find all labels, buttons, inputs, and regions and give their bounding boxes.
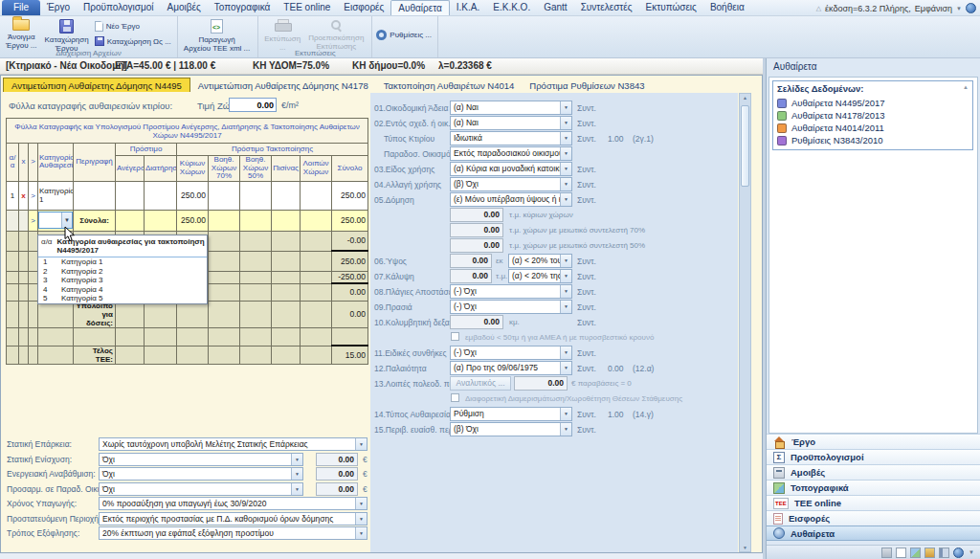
nav-item-proypologismoi[interactable]: Προϋπολογισμοί <box>767 449 980 464</box>
nav-item-ergo[interactable]: Έργο <box>767 434 980 449</box>
inclusion-time-select[interactable]: 0% προσαύξηση για υπαγωγή έως 30/9/2020▼ <box>99 497 368 510</box>
page-item-n4495[interactable]: Αυθαίρετα N4495/2017 <box>773 97 972 109</box>
energy-upgrade-select[interactable]: Όχι▼ <box>99 467 303 481</box>
static-adequacy-select[interactable]: Χωρίς ταυτόχρονη υποβολή Μελέτης Στατική… <box>99 437 368 451</box>
pool-exemption-checkbox[interactable] <box>451 332 459 341</box>
area-50-input[interactable]: 0.00 <box>450 238 503 253</box>
zone-price-input[interactable] <box>229 98 277 112</box>
chevron-down-icon[interactable]: ▼ <box>560 101 571 114</box>
chevron-down-icon[interactable]: ▼ <box>560 193 571 206</box>
chevron-down-icon[interactable]: ▼ <box>560 423 571 436</box>
page-item-n3843[interactable]: Ρυθμίσεις N3843/2010 <box>773 134 972 146</box>
building-type-select[interactable]: Ιδιωτικά▼ <box>450 131 572 145</box>
chevron-down-icon[interactable]: ▼ <box>560 132 571 145</box>
in-plan-select[interactable]: (α) Ναι▼ <box>450 116 572 130</box>
ribbon-tab-ergo[interactable]: Έργο <box>40 0 77 15</box>
popup-item[interactable]: 3Κατηγορία 3 <box>38 276 207 285</box>
document-icon[interactable] <box>896 548 906 558</box>
minimize-ribbon-icon[interactable]: △ <box>816 5 821 12</box>
popup-item[interactable]: 5Κατηγορία 5 <box>38 294 207 303</box>
briefcase-icon[interactable] <box>924 548 935 558</box>
construction-select[interactable]: (ε) Μόνο υπέρβαση ύψους ή κάλυψη▼ <box>450 192 572 207</box>
collapse-icon[interactable]: ▲ <box>963 84 969 90</box>
ribbon-tab-proypologismoi[interactable]: Προϋπολογισμοί <box>77 0 160 15</box>
area-70-input[interactable]: 0.00 <box>450 223 503 237</box>
detailed-violations-button[interactable]: Αναλυτικός ... <box>450 376 511 391</box>
ribbon-tab-voitheia[interactable]: Βοήθεια <box>703 0 751 15</box>
open-project-button[interactable]: Άνοιγμα Έργου ... <box>4 18 39 51</box>
chevron-down-icon[interactable]: ▼ <box>355 498 367 509</box>
building-permit-select[interactable]: (α) Ναι▼ <box>450 101 572 115</box>
chevron-down-icon[interactable]: ▼ <box>355 438 367 450</box>
chevron-down-icon[interactable]: ▼ <box>355 513 367 525</box>
ribbon-tab-topografika[interactable]: Τοπογραφικά <box>208 0 278 15</box>
violation-type-select[interactable]: Ρύθμιση▼ <box>450 407 572 421</box>
ribbon-tab-ika[interactable]: Ι.Κ.Α. <box>450 0 486 15</box>
chevron-down-icon[interactable]: ▼ <box>560 301 571 313</box>
traditional-settlement-select[interactable]: Εκτός παραδοσιακού οικισμού/τμήμα▼ <box>450 146 572 161</box>
image-window-icon[interactable] <box>910 548 921 558</box>
scrollbar-thumb[interactable] <box>741 105 749 187</box>
page-item-n4014[interactable]: Αυθαίρετα N4014/2011 <box>773 122 972 134</box>
chevron-down-icon[interactable]: ▼ <box>560 255 571 267</box>
nav-item-topografika[interactable]: Τοπογραφικά <box>767 480 980 495</box>
use-kind-select[interactable]: (α) Κύρια και μοναδική κατοικία▼ <box>450 162 572 176</box>
chevron-down-icon[interactable]: ▼ <box>560 408 571 420</box>
file-tab[interactable]: File <box>2 0 40 15</box>
other-violations-amount[interactable]: 0.00 <box>514 376 568 391</box>
more-options-icon[interactable]: ▼ <box>968 548 975 558</box>
different-partition-checkbox[interactable] <box>451 393 459 402</box>
settings-button[interactable]: Ρυθμίσεις ... <box>376 30 432 40</box>
chevron-down-icon[interactable]: ▼ <box>291 454 302 465</box>
nav-item-tee-online[interactable]: ΤΕΕ online <box>767 495 980 510</box>
nav-item-amoives[interactable]: Αμοιβές <box>767 464 980 480</box>
data-pages-header[interactable]: Σελίδες Δεδομένων:▲ <box>773 81 972 97</box>
height-input[interactable]: 0.00 <box>450 254 492 268</box>
category-cell[interactable]: Κατηγορία 1 <box>38 181 74 210</box>
ribbon-tab-syntelestes[interactable]: Συντελεστές <box>574 0 639 15</box>
use-change-select[interactable]: (β) Όχι▼ <box>450 177 572 191</box>
description-cell[interactable] <box>74 181 116 210</box>
protected-area-select[interactable]: Εκτός περιοχής προστασίας με Π.Δ. καθορι… <box>99 512 368 525</box>
chevron-down-icon[interactable]: ▼ <box>560 117 571 129</box>
print-button[interactable]: Εκτύπωση ... <box>262 18 302 53</box>
pool-volume-input[interactable]: 0.00 <box>450 315 503 329</box>
chevron-down-icon[interactable]: ▼ <box>291 483 302 495</box>
save-as-button[interactable]: Καταχώρηση Ως ... <box>95 36 171 46</box>
ribbon-tab-tee-online[interactable]: ΤΕΕ online <box>277 0 337 15</box>
height-ratio-select[interactable]: (α) < 20% του επι▼ <box>508 254 572 268</box>
traditional-adaptation-select[interactable]: Όχι▼ <box>99 482 303 496</box>
building-icon[interactable] <box>881 548 892 558</box>
tab-n4495[interactable]: Αντιμετώπιση Αυθαίρετης Δόμησης N4495 <box>3 78 190 92</box>
sensitive-area-select[interactable]: (β) Όχι▼ <box>450 422 572 436</box>
side-distances-select[interactable]: (-) Όχι▼ <box>450 284 572 299</box>
chevron-down-icon[interactable]: ▼ <box>560 285 571 298</box>
tab-n4014[interactable]: Τακτοποίηση Αυθαιρέτων N4014 <box>376 78 523 92</box>
ribbon-tab-amoives[interactable]: Αμοιβές <box>161 0 208 15</box>
age-select[interactable]: (α) Προ της 09/06/1975▼ <box>450 361 572 375</box>
popup-item[interactable]: 4Κατηγορία 4 <box>38 285 207 295</box>
new-project-button[interactable]: Νέο Έργο <box>95 21 171 32</box>
ribbon-tab-gantt[interactable]: Gantt <box>537 0 573 15</box>
ribbon-tab-ektyposeis[interactable]: Εκτυπώσεις <box>639 0 703 15</box>
popup-item[interactable]: 2Κατηγορία 2 <box>38 267 207 277</box>
nav-item-eisfores[interactable]: Εισφορές <box>767 510 980 525</box>
tab-n4178[interactable]: Αντιμετώπιση Αυθαίρετης Δόμησης N4178 <box>190 78 376 92</box>
popup-item[interactable]: 1Κατηγορία 1 <box>38 257 207 267</box>
setback-select[interactable]: (-) Όχι▼ <box>450 300 572 314</box>
special-conditions-select[interactable]: (-) Όχι▼ <box>450 346 572 360</box>
help-globe-icon[interactable] <box>966 3 976 13</box>
nav-item-afthereta[interactable]: Αυθαίρετα <box>767 525 980 541</box>
static-reinforcement-select[interactable]: Όχι▼ <box>99 453 303 466</box>
expand-row-button[interactable]: > <box>29 210 38 231</box>
detail-form-scrollbar[interactable]: ▲ ▼ <box>739 93 751 552</box>
coverage-input[interactable]: 0.00 <box>450 269 492 283</box>
scroll-up-icon[interactable]: ▲ <box>740 95 750 101</box>
coverage-ratio-select[interactable]: (α) < 20% της επι▼ <box>508 269 572 283</box>
generate-tee-xml-button[interactable]: Παραγωγή Αρχείου ΤΕΕ xml ... <box>182 18 252 54</box>
chevron-down-icon[interactable]: ▼ <box>956 6 962 11</box>
payment-method-select[interactable]: 20% έκπτωση για εφάπαξ εξόφληση προστίμο… <box>99 526 368 540</box>
help-globe-icon[interactable] <box>953 548 964 558</box>
chevron-down-icon[interactable]: ▼ <box>560 362 571 374</box>
chevron-down-icon[interactable]: ▼ <box>560 147 571 160</box>
